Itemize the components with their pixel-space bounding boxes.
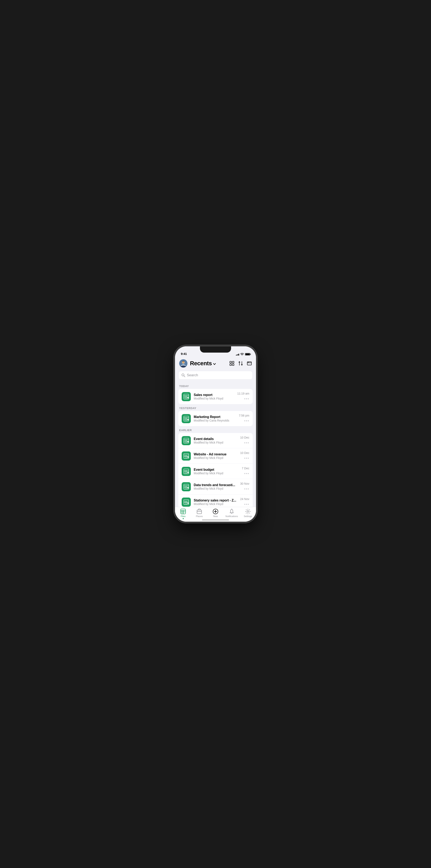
file-modified-by: Modified by Carla Reynolds [194, 419, 236, 422]
search-container: Search [175, 369, 256, 382]
svg-rect-12 [247, 362, 251, 365]
tab-places-label: Places [196, 515, 203, 518]
more-options-button[interactable]: ••• [244, 419, 249, 423]
list-item[interactable]: Sales report Modified by Mick Floyd 11:1… [178, 389, 253, 404]
tab-notifications-label: Notifications [225, 515, 238, 518]
svg-rect-21 [184, 416, 189, 421]
list-item[interactable]: Data trends and forecasti... Modified by… [178, 479, 253, 494]
tab-new[interactable]: New [207, 509, 224, 518]
notifications-tab-icon [229, 509, 235, 514]
tab-settings-label: Settings [244, 515, 252, 518]
tab-settings[interactable]: Settings [240, 509, 256, 518]
files-tab-icon [180, 509, 186, 514]
section-card-yesterday: Marketing Report Modified by Carla Reyno… [178, 411, 253, 426]
svg-rect-6 [230, 361, 232, 363]
more-options-button[interactable]: ••• [244, 487, 249, 491]
browse-icon[interactable] [247, 361, 252, 366]
file-modified-by: Modified by Mick Floyd [194, 441, 237, 444]
phone-shell: 9:41 [175, 346, 256, 522]
svg-rect-46 [184, 500, 189, 505]
file-time: 11:19 am [237, 392, 249, 395]
tab-notifications[interactable]: Notifications [224, 509, 240, 518]
places-tab-icon [196, 509, 202, 514]
signal-icon [236, 353, 239, 355]
status-time: 9:41 [181, 352, 187, 355]
search-input[interactable]: Search [187, 373, 198, 377]
file-name: Data trends and forecasti... [194, 483, 237, 487]
tab-files[interactable]: Files [175, 509, 191, 518]
new-tab-icon [213, 509, 218, 514]
svg-rect-41 [184, 484, 189, 489]
svg-rect-31 [184, 454, 189, 459]
file-time: 7:56 pm [239, 414, 249, 417]
file-time: 7 Dec [242, 467, 249, 470]
page-title: Recents [190, 360, 212, 367]
file-modified-by: Modified by Mick Floyd [194, 397, 235, 400]
header-actions [229, 361, 252, 366]
file-icon [182, 498, 191, 507]
svg-rect-51 [181, 509, 186, 514]
dropdown-arrow-icon [213, 363, 216, 365]
file-name: Marketing Report [194, 415, 236, 419]
svg-rect-7 [232, 361, 234, 363]
section-card-today: Sales report Modified by Mick Floyd 11:1… [178, 389, 253, 404]
avatar[interactable] [179, 359, 187, 368]
svg-point-14 [182, 374, 184, 376]
file-icon [182, 436, 191, 445]
header: Recents [175, 357, 256, 369]
section-header-today: TODAY [175, 382, 256, 389]
file-time: 30 Nov [240, 482, 249, 485]
section-header-yesterday: YESTERDAY [175, 404, 256, 411]
list-item[interactable]: Stationery sales report - Z... Modified … [178, 494, 253, 507]
file-modified-by: Modified by Mick Floyd [194, 502, 237, 506]
title-row[interactable]: Recents [190, 360, 216, 367]
more-options-button[interactable]: ••• [244, 397, 249, 401]
file-icon [182, 467, 191, 476]
more-options-button[interactable]: ••• [244, 441, 249, 445]
more-options-button[interactable]: ••• [244, 456, 249, 461]
home-indicator [202, 520, 229, 520]
svg-rect-16 [184, 394, 189, 399]
file-icon [182, 414, 191, 423]
list-item[interactable]: Marketing Report Modified by Carla Reyno… [178, 411, 253, 426]
notch [200, 346, 231, 352]
file-name: Event budget [194, 468, 239, 472]
file-name: Stationery sales report - Z... [194, 499, 237, 502]
grid-view-icon[interactable] [229, 361, 235, 366]
search-icon [181, 373, 185, 377]
tab-places[interactable]: Places [191, 509, 207, 518]
file-time: 24 Nov [240, 497, 249, 501]
svg-line-15 [184, 376, 185, 377]
list-item[interactable]: Event details Modified by Mick Floyd 10 … [178, 433, 253, 448]
file-time: 10 Dec [240, 451, 249, 455]
settings-tab-icon [245, 509, 251, 514]
search-bar[interactable]: Search [178, 371, 253, 380]
file-name: Website - Ad revenue [194, 453, 237, 456]
active-indicator [183, 518, 184, 519]
svg-rect-36 [184, 469, 189, 474]
file-modified-by: Modified by Mick Floyd [194, 472, 239, 475]
svg-point-62 [247, 510, 249, 512]
more-options-button[interactable]: ••• [244, 502, 249, 507]
list-item[interactable]: Event budget Modified by Mick Floyd 7 De… [178, 464, 253, 479]
sort-icon[interactable] [238, 361, 243, 366]
svg-rect-8 [230, 364, 232, 366]
more-options-button[interactable]: ••• [244, 472, 249, 476]
svg-rect-13 [248, 362, 249, 363]
file-modified-by: Modified by Mick Floyd [194, 487, 237, 490]
battery-icon [245, 353, 250, 355]
file-icon [182, 392, 191, 401]
file-icon [182, 452, 191, 461]
file-name: Sales report [194, 393, 235, 397]
section-header-earlier: EARLIER [175, 426, 256, 433]
file-list: TODAY Sa [175, 382, 256, 507]
tab-files-label: Files [181, 515, 185, 518]
tab-new-label: New [213, 515, 218, 518]
file-icon [182, 482, 191, 491]
file-time: 10 Dec [240, 436, 249, 439]
svg-rect-9 [232, 364, 234, 366]
file-name: Event details [194, 437, 237, 441]
list-item[interactable]: Website - Ad revenue Modified by Mick Fl… [178, 448, 253, 464]
app-content: Recents [175, 357, 256, 522]
svg-rect-26 [184, 438, 189, 443]
